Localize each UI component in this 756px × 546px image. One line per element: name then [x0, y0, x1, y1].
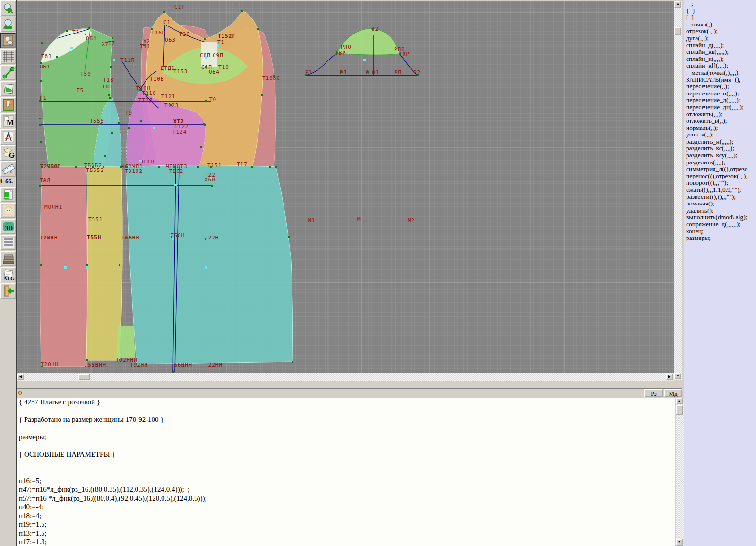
scroll-up-button[interactable]: ▲	[674, 1, 681, 8]
construction-point[interactable]	[39, 118, 41, 119]
command-item[interactable]: удалить();	[684, 207, 756, 214]
construction-point[interactable]	[261, 94, 263, 96]
construction-point[interactable]	[140, 120, 142, 122]
command-item[interactable]: сплайн_кк(,,,,,);	[684, 48, 756, 55]
construction-point[interactable]	[112, 37, 113, 39]
command-item[interactable]: сплайн_к(,,,,);	[684, 55, 756, 62]
construction-point[interactable]	[288, 236, 290, 238]
construction-point[interactable]	[41, 366, 43, 367]
command-item[interactable]: ломаная();	[684, 200, 756, 207]
pattern-m-icon[interactable]: M	[0, 113, 16, 128]
construction-point[interactable]	[273, 75, 275, 77]
command-item[interactable]: пересечение_дн(,,,,,);	[684, 103, 756, 111]
construction-point[interactable]	[292, 361, 293, 363]
list-document-icon[interactable]	[0, 235, 16, 250]
editor-scroll-thumb[interactable]	[676, 405, 683, 415]
construction-point[interactable]	[39, 124, 41, 126]
selected-point[interactable]	[113, 59, 115, 61]
construction-point[interactable]	[39, 185, 41, 187]
construction-point[interactable]	[257, 28, 259, 30]
command-item[interactable]: отложить(,,,);	[684, 111, 756, 118]
selected-point[interactable]	[86, 266, 88, 269]
construction-point[interactable]	[110, 66, 112, 68]
ruler-icon[interactable]: s	[0, 161, 16, 177]
editor-scroll-down-button[interactable]: ▼	[676, 539, 683, 546]
construction-point[interactable]	[146, 94, 148, 96]
command-item[interactable]: :=точка(,);	[684, 21, 756, 28]
construction-point[interactable]	[200, 146, 202, 148]
command-item[interactable]: ЗАПИСАТЬ(имя=(),	[684, 76, 756, 83]
construction-point[interactable]	[125, 166, 127, 168]
construction-point[interactable]	[171, 236, 172, 238]
command-item[interactable]: развести((),(),,,"");	[684, 193, 756, 200]
sketch-view-icon[interactable]	[0, 81, 16, 96]
construction-point[interactable]	[100, 123, 102, 125]
command-item[interactable]: конец;	[684, 228, 756, 235]
command-item[interactable]: сплайн_д(,,,,);	[684, 42, 756, 49]
selected-point[interactable]	[64, 266, 67, 269]
construction-point[interactable]	[86, 264, 88, 266]
construction-point[interactable]	[56, 56, 58, 58]
selected-point[interactable]	[139, 160, 142, 162]
view-3d-icon[interactable]: 3D	[0, 219, 16, 234]
construction-point[interactable]	[136, 363, 137, 365]
command-item[interactable]: размеры;	[684, 234, 756, 241]
construction-point[interactable]	[88, 27, 90, 29]
scroll-down-button[interactable]: ▼	[674, 373, 681, 379]
construction-point[interactable]	[120, 166, 122, 168]
algorithm-editor[interactable]: { 4257 Платье с розочкой }{ Разработано …	[17, 398, 675, 546]
construction-point[interactable]	[109, 97, 111, 99]
selected-point[interactable]	[117, 166, 119, 168]
construction-point[interactable]	[128, 127, 130, 129]
construction-point[interactable]	[158, 166, 160, 168]
construction-point[interactable]	[40, 264, 42, 266]
construction-point[interactable]	[204, 38, 206, 40]
canvas-vertical-scrollbar[interactable]: ▲ ▼	[674, 1, 682, 380]
construction-point[interactable]	[341, 71, 343, 73]
construction-point[interactable]	[204, 124, 206, 126]
construction-point[interactable]	[174, 166, 176, 168]
scroll-left-button[interactable]: ◀	[17, 374, 24, 380]
command-item[interactable]: пересечение(,,);	[684, 83, 756, 90]
alg-document-icon[interactable]: ALG	[0, 267, 16, 282]
preview-pattern-icon[interactable]	[0, 33, 16, 48]
construction-point[interactable]	[92, 166, 94, 168]
exit-icon[interactable]	[0, 283, 16, 299]
selected-point[interactable]	[70, 47, 73, 49]
model-photo-icon[interactable]	[0, 203, 16, 218]
construction-point[interactable]	[75, 166, 77, 168]
md-button[interactable]: Мд	[664, 389, 682, 397]
construction-point[interactable]	[251, 166, 253, 168]
selected-point[interactable]	[153, 127, 155, 129]
table-document-icon[interactable]	[0, 187, 16, 202]
command-item[interactable]: перенос((),отрезок( , ),	[684, 172, 756, 179]
command-item[interactable]: отрезок( , );	[684, 27, 756, 34]
construction-point[interactable]	[48, 166, 50, 168]
construction-point[interactable]	[104, 155, 106, 157]
construction-point[interactable]	[85, 366, 86, 367]
construction-point[interactable]	[66, 30, 68, 32]
command-item[interactable]: разделить_н(,,,,,);	[684, 138, 756, 145]
construction-point[interactable]	[108, 94, 110, 96]
command-item[interactable]: :=метка(точка(,),,,,);	[684, 69, 756, 76]
editor-vertical-scrollbar[interactable]: ▲ ▼	[676, 398, 684, 546]
construction-point[interactable]	[305, 74, 307, 76]
construction-point[interactable]	[372, 28, 374, 30]
selected-point[interactable]	[205, 266, 207, 269]
command-item[interactable]: { }	[684, 7, 756, 14]
command-item[interactable]: сжать((),,,1.1,0.9,"");	[684, 186, 756, 193]
rz-button[interactable]: Рз	[644, 389, 663, 397]
construction-point[interactable]	[119, 359, 120, 361]
construction-point[interactable]	[197, 166, 199, 168]
construction-point[interactable]	[111, 132, 113, 134]
construction-point[interactable]	[118, 122, 120, 124]
command-item[interactable]: [ ]	[684, 14, 756, 21]
pattern-piece-icon[interactable]	[0, 97, 16, 112]
selected-point[interactable]	[210, 177, 212, 179]
books-icon[interactable]	[0, 251, 16, 266]
construction-point[interactable]	[336, 52, 338, 54]
construction-point[interactable]	[41, 42, 43, 44]
command-item[interactable]: сопряжение_д(,,,,,,);	[684, 221, 756, 228]
selected-point[interactable]	[172, 238, 174, 240]
construction-point[interactable]	[39, 100, 41, 102]
